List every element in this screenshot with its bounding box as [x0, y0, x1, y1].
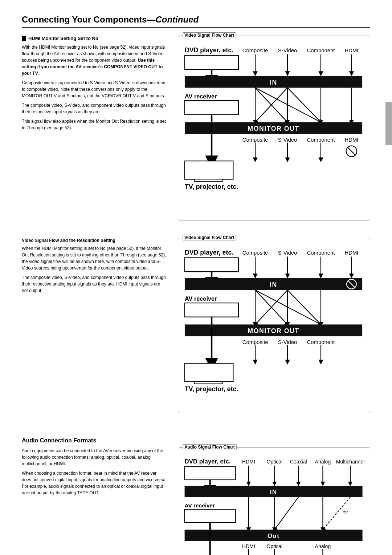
svg-text:Analog: Analog [315, 459, 331, 465]
section1-left: HDMI Monitor Setting Set to No With the … [22, 36, 167, 227]
svg-rect-35 [185, 467, 236, 480]
page-title-suffix: Continued [155, 15, 199, 24]
chart1-bcol-component: Component [307, 137, 335, 143]
chart2-dvd-box [185, 258, 238, 272]
chart1-dvd-label: DVD player, etc. [185, 46, 233, 54]
chart3-box: Audio Signal Flow Chart [178, 447, 370, 555]
section1-heading-text: HDMI Monitor Setting Set to No [28, 36, 98, 41]
section2-layout: Video Signal Flow and the Resolution Set… [22, 238, 370, 419]
svg-text:DVD player, etc.: DVD player, etc. [185, 458, 231, 465]
chart1-hdmi-slash [348, 147, 355, 155]
svg-text:Composite: Composite [242, 250, 268, 256]
svg-text:S-Video: S-Video [278, 250, 297, 256]
chart1-tv-base [195, 179, 222, 182]
chart1-dvd-box [185, 56, 238, 70]
svg-text:Component: Component [307, 339, 335, 345]
chart2-box: Video Signal Flow Chart DVD player, etc.… [178, 238, 370, 412]
svg-text:Optical: Optical [267, 543, 283, 549]
section2-left: Video Signal Flow and the Resolution Set… [22, 238, 167, 419]
section1-para2: Composite video is upconverted to S-Vide… [22, 80, 167, 99]
audio-para1: Audio equipment can be connected to the … [22, 447, 167, 467]
chart1-tv-label: TV, projector, etc. [185, 183, 238, 190]
svg-text:Analog: Analog [315, 543, 331, 549]
svg-text:Multichannel: Multichannel [336, 459, 365, 465]
section1-para3: The composite video, S-Video, and compon… [22, 102, 167, 115]
sidebar-tab [385, 102, 392, 145]
section1-bold: Use this setting if you connect the AV r… [22, 58, 163, 76]
svg-text:Composite: Composite [242, 339, 268, 345]
chart1-title: Video Signal Flow Chart [183, 32, 236, 38]
chart1-av-box [185, 101, 238, 115]
svg-rect-50 [185, 509, 236, 522]
svg-text:Optical: Optical [267, 459, 283, 465]
svg-rect-14 [185, 303, 238, 317]
svg-rect-32 [195, 382, 222, 384]
audio-left: Audio equipment can be connected to the … [22, 447, 167, 555]
svg-rect-31 [185, 363, 233, 381]
chart1-col-svideo: S-Video [278, 48, 297, 53]
audio-section: Audio Connection Formats Audio equipment… [22, 437, 370, 555]
svg-text:AV receiver: AV receiver [185, 502, 215, 509]
section2-heading: Video Signal Flow and the Resolution Set… [22, 238, 167, 243]
svg-text:TV, projector, etc.: TV, projector, etc. [185, 386, 238, 393]
section1-heading: HDMI Monitor Setting Set to No [22, 36, 167, 41]
chart1-in-label: IN [270, 79, 277, 86]
chart1-col-component: Component [307, 48, 335, 53]
chart1-bcol-composite: Composite [242, 137, 268, 143]
svg-text:IN: IN [270, 489, 277, 495]
chart3-title: Audio Signal Flow Chart [183, 444, 237, 450]
page-title-main: Connecting Your Components [22, 15, 147, 24]
svg-text:S-Video: S-Video [278, 339, 297, 345]
svg-text:AV receiver: AV receiver [185, 296, 217, 302]
chart1-bcol-svideo: S-Video [278, 137, 297, 143]
svg-text:MONITOR OUT: MONITOR OUT [248, 327, 299, 335]
svg-text:HDMI: HDMI [242, 543, 255, 549]
chart1-box: Video Signal Flow Chart DVD player, etc.… [178, 36, 370, 220]
section2-para1: When the HDMI Monitor setting is set to … [22, 245, 167, 271]
svg-text:Out: Out [268, 532, 279, 539]
section1-right: Video Signal Flow Chart DVD player, etc.… [178, 36, 370, 227]
chart1-out-label: MONITOR OUT [248, 125, 299, 132]
chart1-sig-ccmp [255, 88, 321, 122]
svg-line-53 [274, 497, 298, 530]
svg-text:*2: *2 [343, 510, 348, 515]
chart1-av-label: AV receiver [185, 93, 217, 100]
chart3-svg: DVD player, etc. HDMI Optical Coaxial An… [183, 454, 366, 555]
svg-text:Coaxial: Coaxial [290, 459, 307, 465]
section1-para1: With the HDMI Monitor setting set to No … [22, 44, 167, 77]
audio-right: Audio Signal Flow Chart [178, 447, 370, 555]
svg-text:HDMI: HDMI [345, 250, 359, 256]
chart1-svg: DVD player, etc. Composite S-Video Compo… [183, 42, 366, 215]
chart1-tv-box [185, 161, 233, 179]
chart2-svg: DVD player, etc. Composite S-Video Compo… [183, 245, 366, 406]
svg-line-20 [287, 290, 321, 325]
chart1-bcol-hdmi: HDMI [345, 137, 359, 143]
chart2-dvd-label: DVD player, etc. [185, 249, 233, 256]
page-title: Connecting Your Components—Continued [22, 15, 370, 28]
audio-para2: When choosing a connection format, bear … [22, 470, 167, 496]
section-divider [22, 430, 370, 430]
section1-layout: HDMI Monitor Setting Set to No With the … [22, 36, 370, 227]
svg-text:Component: Component [307, 250, 335, 256]
audio-layout: Audio equipment can be connected to the … [22, 447, 370, 555]
svg-line-17 [255, 290, 321, 325]
chart2-title: Video Signal Flow Chart [183, 235, 236, 240]
section1-para4: This signal flow also applies when the M… [22, 118, 167, 131]
svg-text:IN: IN [270, 281, 277, 288]
chart1-col-composite: Composite [242, 48, 268, 53]
section2-para2: The composite video, S-Video, and compon… [22, 274, 167, 294]
chart1-sig-svcomp [287, 88, 321, 122]
audio-section-heading: Audio Connection Formats [22, 437, 370, 444]
bullet-icon [22, 36, 26, 41]
svg-text:HDMI: HDMI [242, 459, 255, 465]
chart1-col-hdmi: HDMI [345, 48, 359, 53]
section2-right: Video Signal Flow Chart DVD player, etc.… [178, 238, 370, 419]
